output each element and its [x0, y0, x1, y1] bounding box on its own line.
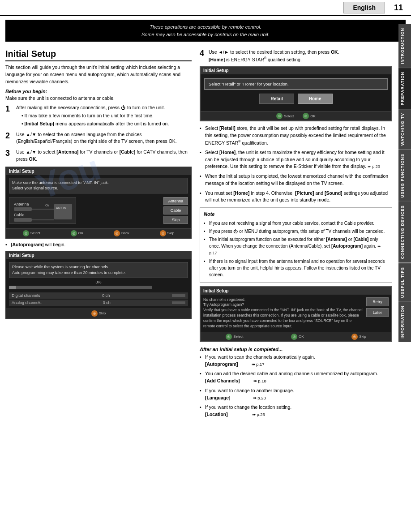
step-1: 1 After making all the necessary connect…	[5, 104, 192, 127]
note-bullet-2: If you press ⏻ or MENU during autoprogra…	[204, 228, 388, 235]
hr-ok-icon: ◎	[303, 113, 309, 119]
setup-screen-2-title: Initial Setup	[6, 252, 191, 259]
language-badge: English	[343, 2, 385, 13]
hr-buttons[interactable]: Retail Home	[204, 94, 388, 104]
ok-icon: ◎	[71, 230, 77, 236]
tab-preparation[interactable]: PREPARATION	[398, 68, 411, 109]
home-button[interactable]: Home	[298, 94, 333, 104]
hr-ok-btn: ◎ OK	[303, 113, 316, 119]
note-bullet-3: The initial autoprogram function can be …	[204, 236, 388, 257]
step-1-content: After making all the necessary connectio…	[16, 104, 192, 127]
select-footer-btn: ◎ Select	[23, 230, 40, 236]
retry-message: No channel is registered. Try Autoprogra…	[203, 297, 364, 329]
step-4-text: Use ◄/► to select the desired location s…	[209, 49, 339, 63]
retry-select-btn: ◎ Select	[226, 334, 243, 340]
warning-box: These operations are accessible by remot…	[5, 20, 406, 42]
skip-option[interactable]: Skip	[163, 216, 188, 224]
skip-footer-btn: ◎ Skip	[160, 230, 175, 236]
step-1-bullet-2: [Initial Setup] menu appears automatical…	[16, 120, 192, 128]
retry-skip-btn: ◎ Skip	[351, 334, 366, 340]
before-begin-text: Make sure the unit is connected to anten…	[5, 95, 192, 101]
step4-bullet-1: Select [Retail] store, the unit will be …	[200, 125, 392, 146]
back-icon: ◎	[114, 230, 120, 236]
left-column: Initial Setup This section will guide yo…	[0, 45, 197, 425]
step-2-number: 2	[5, 131, 14, 146]
analog-channel-row: Analog channels 0 ch	[9, 300, 188, 306]
tab-information[interactable]: INFORMATION	[398, 301, 411, 342]
after-bullet-3: If you want to change to another languag…	[200, 387, 392, 402]
step-4: 4 Use ◄/► to select the desired location…	[200, 49, 392, 63]
hr-select-btn: ◎ Select	[276, 113, 294, 119]
retry-screen: Initial Setup No channel is registered. …	[200, 286, 392, 342]
side-tabs: INTRODUCTION PREPARATION WATCHING TV USI…	[398, 24, 411, 342]
setup-screen-2-footer: ◎ Skip	[6, 309, 191, 318]
hr-select-icon: ◎	[276, 113, 283, 119]
step4-bullet-4: You must set [Home] in step 4. Otherwise…	[200, 190, 392, 204]
retry-select-icon: ◎	[226, 334, 232, 340]
retry-screen-body: No channel is registered. Try Autoprogra…	[201, 295, 391, 332]
svg-text:Antenna: Antenna	[14, 202, 29, 206]
progress-label: 0%	[9, 280, 188, 284]
retry-ok-icon: ◎	[291, 334, 297, 340]
right-column: 4 Use ◄/► to select the desired location…	[197, 45, 398, 425]
setup-screen-2: Initial Setup Please wait while the syst…	[5, 251, 192, 318]
retry-footer: ◎ Select ◎ OK ◎ Skip	[201, 332, 391, 341]
page-number: 11	[394, 3, 403, 13]
before-begin-label: Before you begin:	[5, 89, 192, 94]
after-bullet-4: If you want to change the location setti…	[200, 404, 392, 418]
setup-screen-2-body: Please wait while the system is scanning…	[6, 259, 191, 308]
main-content: Initial Setup This section will guide yo…	[0, 45, 398, 425]
step-2: 2 Use ▲/▼ to select the on-screen langua…	[5, 131, 192, 146]
retry-screen-title: Initial Setup	[201, 287, 391, 295]
step4-bullet-3: When the initial setup is completed, the…	[200, 173, 392, 187]
progress-bar	[9, 286, 152, 289]
tab-using-functions[interactable]: USING FUNCTIONS	[398, 150, 411, 202]
tab-introduction[interactable]: INTRODUCTION	[398, 24, 411, 68]
note-box: Note If you are not receiving a signal f…	[200, 207, 392, 283]
ok-footer-btn: ◎ OK	[71, 230, 84, 236]
hr-footer: ◎ Select ◎ OK	[201, 111, 391, 120]
svg-text:Or: Or	[45, 203, 49, 207]
retry-buttons: Retry Later	[366, 297, 389, 329]
retry-skip-icon: ◎	[351, 334, 358, 340]
section-title: Initial Setup	[5, 49, 192, 61]
hr-prompt: Select "Retail" or "Home" for your locat…	[204, 78, 388, 90]
skip-icon-2: ◎	[91, 310, 98, 317]
after-bullet-1: If you want to scan the channels automat…	[200, 354, 392, 368]
retry-button[interactable]: Retry	[366, 297, 389, 306]
setup-prompt-2: Please wait while the system is scanning…	[9, 262, 188, 278]
tab-useful-tips[interactable]: USEFUL TIPS	[398, 263, 411, 301]
progress-fill	[9, 286, 16, 289]
after-bullet-2: You can add the desired cable and analog…	[200, 370, 392, 385]
autoprogram-label: [Autoprogram] will begin.	[5, 241, 192, 249]
skip-footer-btn-2: ◎ Skip	[91, 310, 106, 317]
retail-button[interactable]: Retail	[259, 94, 294, 104]
step4-bullet-2: Select [Home], the unit is set to maximi…	[200, 149, 392, 170]
tab-watching-tv[interactable]: WATCHING TV	[398, 109, 411, 149]
step-3-content: Use ▲/▼ to select [Antenna] for TV chann…	[16, 149, 192, 163]
note-bullet-1: If you are not receiving a signal from y…	[204, 220, 388, 227]
tab-connecting-devices[interactable]: CONNECTING DEVICES	[398, 201, 411, 263]
antenna-option[interactable]: Antenna	[163, 197, 188, 205]
hr-screen-body: Select "Retail" or "Home" for your locat…	[201, 74, 391, 111]
hr-screen-title: Initial Setup	[201, 67, 391, 74]
step-1-number: 1	[5, 104, 14, 127]
svg-text:ANT IN: ANT IN	[56, 206, 66, 210]
later-button[interactable]: Later	[366, 308, 389, 317]
intro-text: This section will guide you through the …	[5, 64, 192, 85]
digital-channel-row: Digital channels 0 ch	[9, 292, 188, 299]
select-icon: ◎	[23, 230, 29, 236]
step-3-number: 3	[5, 149, 14, 163]
setup-screen-1-title: Initial Setup	[6, 167, 191, 175]
step-4-number: 4	[200, 49, 209, 58]
page-header: English 11	[0, 0, 411, 16]
home-retail-screen: Initial Setup Select "Retail" or "Home" …	[200, 66, 392, 121]
cable-option[interactable]: Cable	[163, 206, 188, 215]
svg-text:Cable: Cable	[14, 213, 25, 217]
step-1-bullet-1: It may take a few moments to turn on the…	[16, 112, 192, 120]
setup-screen-1-body: Make sure the antenna is connected to "A…	[6, 175, 191, 228]
note-bullet-4: If there is no signal input from the ant…	[204, 258, 388, 278]
step-3: 3 Use ▲/▼ to select [Antenna] for TV cha…	[5, 149, 192, 163]
setup-prompt-1: Make sure the antenna is connected to "A…	[9, 178, 188, 193]
setup-screen-1: Initial Setup Make sure the antenna is c…	[5, 167, 192, 239]
